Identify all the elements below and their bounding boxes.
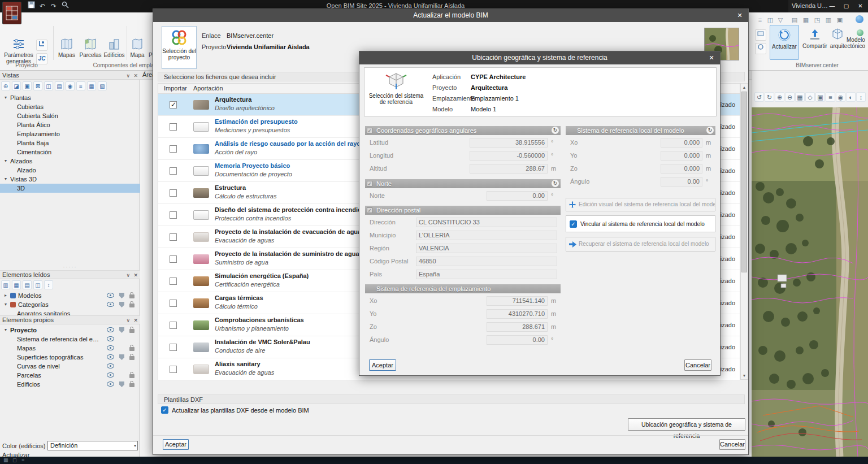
vincular-checkbox[interactable]: ✓ (570, 220, 577, 228)
print-icon[interactable]: ▦ (801, 15, 810, 24)
chevron-down-icon[interactable]: ▾ (2, 93, 9, 102)
lock-icon[interactable] (129, 303, 134, 307)
import-checkbox[interactable] (170, 211, 177, 219)
tree-item-emplazamiento[interactable]: Emplazamiento (0, 129, 140, 138)
lock-icon[interactable] (129, 356, 134, 360)
import-checkbox[interactable] (170, 322, 177, 329)
field-input[interactable]: 0.00 (661, 177, 702, 187)
visibility-eye-icon[interactable] (107, 381, 114, 387)
vincular-label[interactable]: Vincular al sistema de referencia local … (580, 221, 705, 227)
import-checkbox[interactable] (170, 145, 177, 153)
elementos-leidos-header[interactable]: Elementos leídos ∨ ✕ (0, 270, 140, 279)
tree-item-aparatos-sanitarios[interactable]: Aparatos sanitarios (0, 309, 140, 315)
import-checkbox[interactable] (170, 123, 177, 131)
expand-all-icon[interactable]: ▥ (1, 280, 10, 289)
close-panel-icon[interactable]: ✕ (133, 72, 138, 80)
snap-icon[interactable]: ◇ (805, 92, 815, 102)
import-checkbox[interactable] (170, 189, 177, 197)
sort-icon[interactable]: ↕ (44, 280, 53, 289)
list-views-icon[interactable]: ≡ (76, 81, 85, 90)
tree-item-cubiertas[interactable]: Cubiertas (0, 102, 140, 111)
actualizar-button[interactable]: Actualizar (770, 25, 799, 60)
scroll-up-icon[interactable]: ▲ (741, 84, 748, 91)
field-input[interactable]: -0.560000 (470, 151, 548, 161)
contrast-icon[interactable]: ◐ (846, 92, 856, 102)
plan-view-icon[interactable]: ▤ (55, 81, 64, 90)
sync-settings-button[interactable] (755, 29, 766, 41)
import-checkbox[interactable] (170, 366, 177, 373)
tree-group-vistas-3d[interactable]: ▾ Vistas 3D (0, 175, 140, 184)
layout-icon[interactable]: ◫ (766, 15, 775, 24)
seleccion-proyecto-tile[interactable]: Selección del proyecto (162, 26, 197, 69)
close-icon[interactable]: ✕ (703, 51, 720, 64)
secondary-titlebar[interactable]: Vivienda Unifamiliar Aislada — ▢ ✕ (788, 0, 868, 12)
shield-icon[interactable] (119, 293, 124, 298)
visibility-eye-icon[interactable] (107, 363, 114, 368)
compartir-button[interactable]: Compartir (801, 25, 828, 60)
dialog-titlebar[interactable]: Ubicación geográfica y sistema de refere… (359, 51, 720, 64)
refresh-icon[interactable]: ↻ (552, 180, 559, 187)
group-checkbox[interactable]: ✓ (367, 181, 372, 187)
field-input[interactable]: España (416, 270, 557, 279)
field-input[interactable]: 0.000 (661, 151, 702, 161)
tree-item-modelos[interactable]: ▸ Modelos (0, 291, 140, 300)
home-icon[interactable]: ▦ (3, 457, 8, 463)
field-input[interactable]: 288.671 (487, 322, 548, 332)
grid-icon[interactable]: ▦ (795, 92, 805, 102)
lock-icon[interactable] (129, 294, 134, 298)
zoom-in-icon[interactable]: ⊕ (775, 92, 784, 102)
capture-icon[interactable]: ▤ (790, 15, 799, 24)
grid-icon[interactable]: ▣ (835, 15, 844, 24)
chevron-down-icon[interactable]: ▾ (2, 175, 9, 184)
list-mode-icon[interactable]: ▤ (23, 280, 32, 289)
filter-icon[interactable]: ▽ (776, 15, 785, 24)
tree-item-superficies[interactable]: Superficies topográficas (0, 353, 140, 362)
coordinates-small-button[interactable] (36, 40, 47, 51)
delete-view-icon[interactable]: ⊠ (33, 81, 42, 90)
columns-mode-icon[interactable]: ◫ (33, 280, 42, 289)
field-input[interactable]: 288.67 (470, 164, 548, 174)
tree-item-proyecto[interactable]: ▾ Proyecto (0, 326, 140, 335)
tree-item-sistema-referencia[interactable]: Sistema de referencia del emplazamiento (0, 335, 140, 344)
tree-item-cimentacion[interactable]: Cimentación (0, 148, 140, 157)
fit-view-icon[interactable]: ↕ (856, 92, 866, 102)
tree-item-parcelas[interactable]: Parcelas (0, 371, 140, 380)
color-definition-select[interactable]: Definición ▾ (47, 441, 138, 450)
files-scrollbar[interactable]: ▲ ▼ (740, 83, 748, 380)
close-button[interactable]: ✕ (854, 0, 867, 12)
import-checkbox[interactable] (170, 277, 177, 285)
lock-icon[interactable] (129, 347, 134, 351)
field-input[interactable]: 0.00 (487, 335, 548, 345)
close-panel-icon[interactable]: ✕ (133, 271, 138, 280)
elementos-propios-header[interactable]: Elementos propios ∨ ✕ (0, 315, 140, 324)
group-checkbox[interactable]: ✓ (367, 128, 372, 133)
save-icon[interactable] (26, 1, 36, 11)
shield-icon[interactable] (119, 354, 124, 360)
rotate-left-icon[interactable]: ↺ (754, 92, 764, 102)
lock-icon[interactable] (129, 374, 134, 378)
lock-icon[interactable] (129, 329, 134, 333)
list-icon[interactable]: ▥ (824, 15, 833, 24)
windows-icon[interactable]: ◳ (813, 15, 822, 24)
recuperar-button[interactable]: Recuperar el sistema de referencia local… (566, 237, 715, 251)
import-checkbox[interactable] (170, 101, 177, 109)
app-menu-button[interactable] (2, 2, 21, 24)
import-checkbox[interactable] (170, 233, 177, 241)
dialog-titlebar[interactable]: Actualizar el modelo BIM ✕ (153, 9, 748, 22)
box-view-icon[interactable]: ▣ (815, 92, 825, 102)
redo-icon[interactable]: ↷ (49, 1, 59, 11)
visibility-eye-icon[interactable] (107, 345, 114, 350)
import-checkbox[interactable] (170, 344, 177, 351)
add-view-icon[interactable]: ⊕ (1, 81, 10, 90)
dxf-checkbox-label[interactable]: Actualizar las plantillas DXF desde el m… (172, 407, 309, 414)
tree-group-plantas[interactable]: ▾ Plantas (0, 93, 140, 102)
menu-icon[interactable]: ≡ (756, 15, 765, 24)
zoom-out-icon[interactable]: ⊖ (785, 92, 795, 102)
tree-group-alzados[interactable]: ▾ Alzados (0, 157, 140, 166)
dxf-checkbox[interactable]: ✓ (161, 406, 168, 414)
shield-icon[interactable] (119, 302, 124, 307)
tree-item-categorias[interactable]: ▾ Categorías (0, 300, 140, 309)
duplicate-view-icon[interactable]: ▣ (23, 81, 32, 90)
chevron-down-icon[interactable]: ▾ (2, 326, 9, 335)
ubicacion-geografica-button[interactable]: Ubicación geográfica y sistema de refere… (628, 418, 745, 431)
